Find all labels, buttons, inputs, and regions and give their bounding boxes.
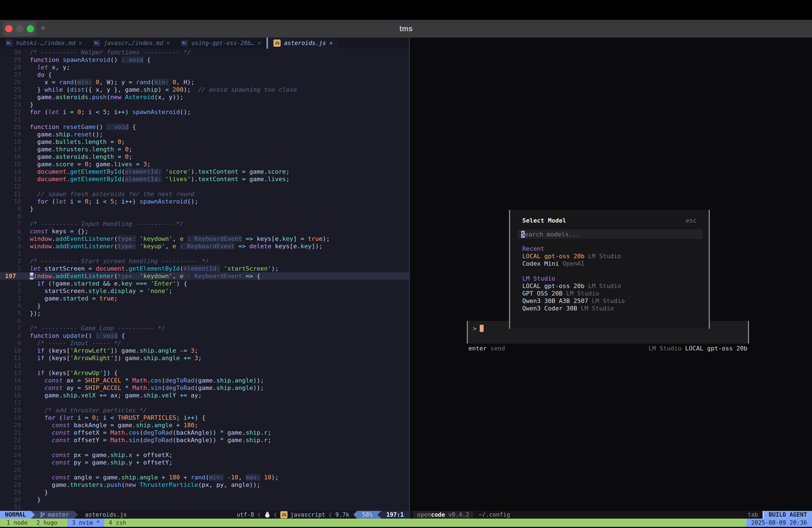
agent-mode-toggle[interactable]: BUILD AGENT: [763, 511, 812, 518]
line-number: 27: [0, 474, 30, 481]
tmux-window[interactable]: 1 node: [2, 518, 32, 527]
buffer-tab[interactable]: M↓hubski-…/index.md×: [0, 38, 88, 48]
code-text: function resetGame() : void {: [30, 123, 136, 131]
code-line[interactable]: 3 game.started = true;: [0, 295, 409, 302]
code-line[interactable]: 15 game.score = 0; game.lives = 3;: [0, 160, 409, 168]
code-line[interactable]: 20 const backAngle = game.ship.angle + 1…: [0, 421, 409, 429]
close-buffer-icon[interactable]: ×: [166, 40, 170, 46]
code-line[interactable]: 18 game.bullets.length = 0;: [0, 138, 409, 146]
code-line[interactable]: 26 x = rand(min: 0, W); y = rand(min: 0,…: [0, 78, 409, 86]
code-line[interactable]: 5});: [0, 310, 409, 317]
code-line[interactable]: 19 game.ship.reset();: [0, 131, 409, 138]
code-line[interactable]: 15 const ay = SHIP_ACCEL * Math.sin(degT…: [0, 384, 409, 392]
code-line[interactable]: 25 } while (dist({ x, y }, game.ship) < …: [0, 86, 409, 93]
code-line[interactable]: 4window.addEventListener(type: 'keyup', …: [0, 243, 409, 250]
close-buffer-icon[interactable]: ×: [258, 40, 261, 46]
code-line[interactable]: 12: [0, 183, 409, 190]
active-model-name: LOCAL gpt-oss 20b: [685, 345, 748, 352]
code-line[interactable]: 22for (let i = 0; i < 5; i++) spawnAster…: [0, 108, 409, 116]
model-list-item[interactable]: Qwen3 Coder 30B LM Studio: [522, 305, 697, 312]
code-line[interactable]: 21: [0, 116, 409, 123]
code-line[interactable]: 30/* ---------- Helper functions -------…: [0, 48, 409, 56]
buffer-tab[interactable]: JSasteroids.js×: [268, 38, 338, 48]
code-line[interactable]: 1 if (!game.started && e.key === 'Enter'…: [0, 280, 409, 287]
buffer-tab[interactable]: M↓javascr…/index.md×: [88, 38, 176, 48]
code-line[interactable]: 7/* ---------- Game Loop ---------- */: [0, 324, 409, 332]
code-line[interactable]: 29function spawnAsteroid() : void {: [0, 56, 409, 63]
code-line[interactable]: 30 }: [0, 496, 409, 503]
code-line[interactable]: 10 for (let i = 0; i < 5; i++) spawnAste…: [0, 198, 409, 205]
model-list-item[interactable]: Codex Mini OpenAI: [522, 260, 697, 267]
opencode-pane[interactable]: > enter send LM Studio LOCAL gpt-oss 20b…: [410, 38, 812, 511]
code-line[interactable]: 11 if (keys['ArrowRight']) game.ship.ang…: [0, 354, 409, 362]
code-line[interactable]: 14 document.getElementById(elementId: 's…: [0, 168, 409, 175]
code-line[interactable]: 197window.addEventListener(type: 'keydow…: [0, 272, 409, 280]
code-line[interactable]: 13 if (keys['ArrowUp']) {: [0, 369, 409, 377]
code-line[interactable]: 23}: [0, 101, 409, 108]
code-line[interactable]: 7/* ---------- Input Handling ----------…: [0, 220, 409, 228]
powerline-separator: [74, 511, 78, 518]
code-line[interactable]: 20function resetGame() : void {: [0, 123, 409, 131]
close-buffer-icon[interactable]: ×: [329, 40, 333, 46]
code-line[interactable]: 16 game.asteroids.length = 0;: [0, 153, 409, 160]
code-line[interactable]: 8: [0, 212, 409, 220]
code-text: if (!game.started && e.key === 'Enter') …: [30, 280, 187, 287]
os-linux-icon: [264, 511, 271, 518]
code-line[interactable]: 25 const py = game.ship.y + offsetY;: [0, 459, 409, 466]
code-line[interactable]: 2/* ---------- Start screen handling ---…: [0, 258, 409, 265]
code-line[interactable]: 9}: [0, 205, 409, 212]
code-line[interactable]: 6: [0, 317, 409, 324]
tmux-window[interactable]: 2 hugo-: [32, 518, 68, 527]
code-line[interactable]: 19 for (let i = 0; i < THRUST_PARTICLES;…: [0, 414, 409, 421]
code-text: }: [30, 205, 33, 212]
model-list-item[interactable]: LOCAL gpt-oss 20b LM Studio: [522, 282, 697, 290]
model-list-item[interactable]: Qwen3 30B A3B 2507 LM Studio: [522, 297, 697, 305]
code-line[interactable]: 31: [0, 503, 409, 511]
code-line[interactable]: 27 do {: [0, 71, 409, 78]
code-line[interactable]: 16 game.ship.velX += ax; game.ship.velY …: [0, 392, 409, 399]
code-line[interactable]: 12: [0, 362, 409, 369]
code-line[interactable]: 22 const offsetY = Math.sin(degToRad(bac…: [0, 436, 409, 444]
statusline-separator: ❮: [254, 511, 264, 518]
code-line[interactable]: 21 const offsetX = Math.cos(degToRad(bac…: [0, 429, 409, 436]
code-line[interactable]: 24 const px = game.ship.x + offsetX;: [0, 451, 409, 459]
code-line[interactable]: 5window.addEventListener(type: 'keydown'…: [0, 235, 409, 243]
code-line[interactable]: 28 let x, y;: [0, 63, 409, 71]
code-line[interactable]: 3: [0, 250, 409, 258]
code-line[interactable]: 17 game.thrusters.length = 0;: [0, 146, 409, 153]
statusline-separator: ❮: [271, 511, 280, 518]
model-list-item[interactable]: GPT OSS 20B LM Studio: [522, 290, 697, 297]
code-line[interactable]: 27 const angle = game.ship.angle + 180 +…: [0, 474, 409, 481]
code-line[interactable]: 13 document.getElementById(elementId: 'l…: [0, 175, 409, 183]
code-line[interactable]: 23: [0, 444, 409, 451]
code-line[interactable]: 11 // spawn fresh asteroids for the next…: [0, 190, 409, 198]
code-line[interactable]: 14 const ax = SHIP_ACCEL * Math.cos(degT…: [0, 377, 409, 384]
code-line[interactable]: 4 }: [0, 302, 409, 310]
code-line[interactable]: 2 startScreen.style.display = 'none';: [0, 287, 409, 295]
code-line[interactable]: 28 game.thrusters.push(new ThrusterParti…: [0, 481, 409, 488]
model-list-item[interactable]: LOCAL gpt-oss 20b LM Studio: [522, 252, 697, 260]
buffer-tab[interactable]: M↓using-gpt-oss-20b…×: [175, 38, 266, 48]
tmux-window[interactable]: 4 zsh: [104, 518, 131, 527]
code-line[interactable]: 6const keys = {};: [0, 228, 409, 235]
tmux-window[interactable]: 3 nvim *: [68, 518, 104, 527]
code-lines[interactable]: 30/* ---------- Helper functions -------…: [0, 48, 409, 511]
code-line[interactable]: 8function update() : void {: [0, 332, 409, 339]
model-name: Qwen3 30B A3B 2507: [522, 297, 588, 304]
dialog-scrollbar[interactable]: [709, 210, 710, 328]
code-line[interactable]: 10 if (keys['ArrowLeft']) game.ship.angl…: [0, 347, 409, 354]
code-line[interactable]: 29 }: [0, 488, 409, 496]
code-line[interactable]: 1let startScreen = document.getElementBy…: [0, 265, 409, 272]
close-buffer-icon[interactable]: ×: [79, 40, 82, 46]
code-line[interactable]: 9 /* ----- Input ----- */: [0, 339, 409, 347]
app-name-prefix: open: [417, 511, 431, 518]
code-line[interactable]: 26: [0, 466, 409, 474]
editor-pane[interactable]: M↓hubski-…/index.md×M↓javascr…/index.md×…: [0, 38, 409, 511]
line-number: 4: [0, 302, 30, 310]
code-text: window.addEventListener(type: 'keydown',…: [30, 272, 260, 280]
code-text: for (let i = 0; i < THRUST_PARTICLES; i+…: [30, 414, 205, 421]
code-line[interactable]: 18 /* add thruster particles */: [0, 407, 409, 414]
code-line[interactable]: 17: [0, 399, 409, 407]
code-line[interactable]: 24 game.asteroids.push(new Asteroid(x, y…: [0, 93, 409, 101]
model-search-input[interactable]: Search models...: [517, 230, 702, 239]
